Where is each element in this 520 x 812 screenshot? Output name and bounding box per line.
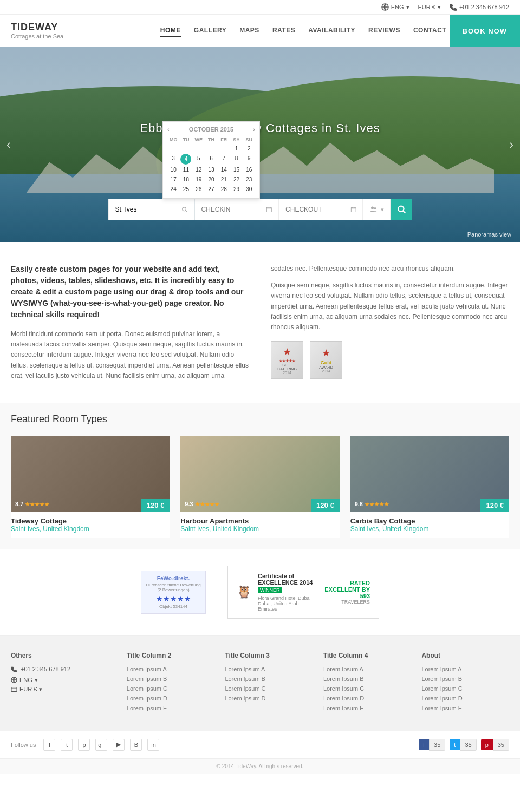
nav-availability[interactable]: AVAILABILITY [308,24,355,37]
language-selector[interactable]: ENG ▾ [381,3,410,11]
cal-day[interactable]: 22 [230,175,242,184]
hero-arrow-left[interactable]: ‹ [6,137,11,152]
calendar-popup: ‹ OCTOBER 2015 › MOTUWETHFRSASU123456789… [162,121,260,199]
nav-gallery[interactable]: GALLERY [194,24,226,37]
room-location[interactable]: Saint Ives, United Kingdom [180,525,339,533]
footer-list-item[interactable]: Lorem Ipsum E [421,705,509,711]
nav-reviews[interactable]: REVIEWS [368,24,400,37]
cal-day[interactable]: 19 [193,175,205,184]
cal-day[interactable]: 9 [243,154,255,165]
facebook-count-btn[interactable]: f 35 [419,739,445,751]
room-name: Tideway Cottage [11,517,170,525]
awards: ★ ★★★★★ SELF CATERING 2014 ★ Gold AWARD … [271,341,509,379]
cal-day[interactable]: 6 [205,154,217,165]
footer-list-item[interactable]: Lorem Ipsum A [225,666,313,672]
footer-currency-selector[interactable]: EUR € ▾ [11,686,116,693]
nav-contact[interactable]: CONTACT [413,24,446,37]
footer-list-item[interactable]: Lorem Ipsum B [225,676,313,682]
cal-day[interactable]: 7 [218,154,230,165]
room-location[interactable]: Saint Ives, United Kingdom [11,525,170,533]
currency-value: EUR € [418,4,435,10]
cal-day[interactable]: 12 [193,165,205,174]
currency-selector[interactable]: EUR € ▾ [418,4,441,11]
social-behance-icon[interactable]: B [130,739,142,751]
cal-day[interactable]: 16 [243,165,255,174]
cal-day[interactable]: 2 [243,144,255,153]
social-twitter-icon[interactable]: t [61,739,73,751]
ta-winner: WINNER [258,587,282,593]
room-rating: 9.3 ★★★★★ [185,501,219,507]
nav-home[interactable]: HOME [160,24,181,37]
cal-day[interactable]: 14 [218,165,230,174]
cal-day[interactable]: 20 [205,175,217,184]
search-button[interactable] [391,199,412,220]
room-location[interactable]: Saint Ives, United Kingdom [350,525,509,533]
cal-day [218,144,230,153]
cal-day[interactable]: 15 [230,165,242,174]
checkout-input[interactable] [285,206,347,213]
social-linkedin-icon[interactable]: in [147,739,159,751]
footer-list-item[interactable]: Lorem Ipsum B [127,676,214,682]
location-input[interactable] [115,206,179,213]
nav-rates[interactable]: RATES [272,24,295,37]
social-pinterest-icon[interactable]: p [78,739,90,751]
footer-list-item[interactable]: Lorem Ipsum D [127,695,214,702]
hero-arrow-right[interactable]: › [509,137,514,152]
cal-day[interactable]: 1 [230,144,242,153]
social-youtube-icon[interactable]: ▶ [113,739,125,751]
cal-day[interactable]: 24 [167,185,179,194]
cal-day[interactable]: 17 [167,175,179,184]
cal-day[interactable]: 28 [218,185,230,194]
checkin-input[interactable] [202,206,263,213]
footer-list-item[interactable]: Lorem Ipsum C [127,685,214,692]
footer-list-item[interactable]: Lorem Ipsum D [323,695,411,702]
nav-maps[interactable]: MAPS [239,24,259,37]
checkout-field[interactable] [279,199,363,220]
content-grid: Easily create custom pages for your webs… [11,264,509,381]
footer-list-item[interactable]: Lorem Ipsum E [127,705,214,711]
cal-day[interactable]: 13 [205,165,217,174]
cal-next[interactable]: › [253,126,255,133]
social-google-icon[interactable]: g+ [95,739,107,751]
footer-col3-list: Lorem Ipsum ALorem Ipsum BLorem Ipsum CL… [225,666,313,702]
cal-day[interactable]: 10 [167,165,179,174]
social-facebook-icon[interactable]: f [43,739,55,751]
cal-day[interactable]: 5 [193,154,205,165]
cal-prev[interactable]: ‹ [167,126,170,133]
logo-title: TIDEWAY [11,22,98,33]
book-now-button[interactable]: BOOK NOW [450,15,520,47]
fewo-subtitle: Durchschnittliche Bewertung (2 Bewertung… [146,582,201,592]
footer-list-item[interactable]: Lorem Ipsum D [225,695,313,702]
footer-list-item[interactable]: Lorem Ipsum C [421,685,509,692]
guests-field[interactable]: ▾ [363,199,391,220]
footer-list-item[interactable]: Lorem Ipsum B [421,676,509,682]
cal-day[interactable]: 30 [243,185,255,194]
cal-day[interactable]: 3 [167,154,179,165]
twitter-count-btn[interactable]: t 35 [450,739,476,751]
footer-list-item[interactable]: Lorem Ipsum D [421,695,509,702]
footer-list-item[interactable]: Lorem Ipsum A [323,666,411,672]
footer-lang-selector[interactable]: ENG ▾ [11,677,116,684]
cal-day [193,144,205,153]
pinterest-count-btn[interactable]: p 35 [481,739,509,751]
ta-city: Dubai, United Arab Emirates [258,601,315,612]
cal-today[interactable]: 4 [180,154,191,165]
checkin-field[interactable] [195,199,280,220]
cal-day[interactable]: 18 [180,175,192,184]
pinterest-count: 35 [493,739,509,751]
cal-day[interactable]: 29 [230,185,242,194]
cal-day[interactable]: 25 [180,185,192,194]
cal-day[interactable]: 27 [205,185,217,194]
footer-list-item[interactable]: Lorem Ipsum C [323,685,411,692]
cal-day[interactable]: 23 [243,175,255,184]
footer-list-item[interactable]: Lorem Ipsum A [421,666,509,672]
footer-list-item[interactable]: Lorem Ipsum E [323,705,411,711]
cal-day[interactable]: 26 [193,185,205,194]
cal-day[interactable]: 8 [230,154,242,165]
cal-day[interactable]: 11 [180,165,192,174]
cal-day[interactable]: 21 [218,175,230,184]
footer-list-item[interactable]: Lorem Ipsum C [225,685,313,692]
footer-list-item[interactable]: Lorem Ipsum B [323,676,411,682]
location-field[interactable] [108,199,195,220]
footer-list-item[interactable]: Lorem Ipsum A [127,666,214,672]
